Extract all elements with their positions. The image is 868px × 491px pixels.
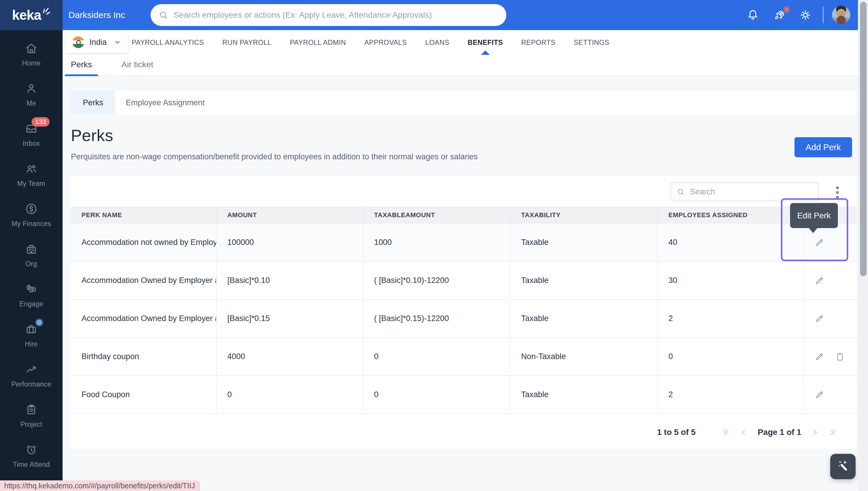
table-search[interactable] (671, 182, 819, 201)
avatar[interactable] (832, 6, 850, 24)
prev-page-icon[interactable] (739, 428, 748, 437)
inbox-badge: 133 (32, 117, 50, 126)
table-search-input[interactable] (690, 187, 813, 197)
search-icon (676, 187, 685, 196)
taxability-cell: Taxable (510, 300, 658, 337)
project-icon (25, 403, 38, 416)
subtab-air-ticket[interactable]: Air ticket (116, 55, 159, 76)
page-content: PerksEmployee Assignment Perks Perquisit… (63, 76, 868, 491)
delete-perk-trash-icon[interactable] (835, 351, 845, 362)
keka-logo-text: keka (12, 7, 41, 23)
taxable-amount-cell: 1000 (363, 224, 510, 261)
magic-wand-button[interactable] (830, 454, 856, 479)
nav-item-approvals[interactable]: APPROVALS (364, 30, 407, 55)
column-header-amount[interactable]: AMOUNT (217, 206, 363, 224)
global-search-input[interactable] (173, 10, 499, 20)
gear-icon[interactable] (799, 8, 812, 22)
row-actions-cell (804, 262, 856, 299)
header-actions (746, 0, 850, 30)
keka-logo[interactable]: keka (0, 0, 63, 30)
employees-assigned-cell: 0 (658, 338, 804, 375)
sidebar-item-inbox[interactable]: 133Inbox (0, 115, 63, 154)
sidebar-item-label: Me (27, 99, 36, 107)
next-page-icon[interactable] (811, 428, 819, 437)
legal-entity-selector[interactable]: India (65, 31, 128, 53)
sidebar-item-project[interactable]: Project (0, 395, 63, 436)
company-name: Darksiders Inc (68, 0, 125, 30)
nav-item-run-payroll[interactable]: RUN PAYROLL (222, 30, 272, 55)
rocket-icon[interactable] (773, 8, 786, 22)
home-icon (25, 41, 38, 55)
amount-cell: 0 (217, 376, 363, 413)
module-navband: India PAYROLL ANALYTICSRUN PAYROLLPAYROL… (63, 30, 868, 55)
taxability-cell: Taxable (510, 224, 658, 261)
header-divider (823, 7, 824, 23)
table-options-kebab-icon[interactable] (830, 185, 844, 200)
nav-item-benefits[interactable]: BENEFITS (468, 30, 503, 55)
sidebar-item-my-finances[interactable]: My Finances (0, 195, 63, 235)
org-icon (25, 242, 38, 256)
page-description: Perquisites are non-wage compensation/be… (71, 152, 478, 162)
card-tab-employee-assignment[interactable]: Employee Assignment (115, 91, 215, 115)
nav-item-payroll-analytics[interactable]: PAYROLL ANALYTICS (132, 30, 204, 55)
first-page-icon[interactable] (722, 428, 731, 437)
sidebar-item-org[interactable]: Org (0, 235, 63, 275)
column-header-taxableamount[interactable]: TAXABLEAMOUNT (363, 206, 510, 224)
sidebar-item-time-attend[interactable]: Time Attend (0, 436, 63, 475)
time-icon (25, 443, 38, 457)
amount-cell: 4000 (217, 338, 363, 375)
subtab-perks[interactable]: Perks (65, 55, 98, 76)
sidebar-item-home[interactable]: Home (0, 34, 63, 74)
scrollbar-track[interactable] (858, 0, 868, 491)
sidebar-item-hire[interactable]: Hire (0, 315, 63, 355)
nav-item-payroll-admin[interactable]: PAYROLL ADMIN (290, 30, 346, 55)
column-header-employees-assigned[interactable]: EMPLOYEES ASSIGNED (658, 206, 804, 224)
amount-cell: [Basic]*0.10 (217, 262, 363, 299)
edit-perk-pencil-icon[interactable] (814, 275, 824, 286)
table-row: Food Coupon00Taxable2 (71, 376, 856, 414)
add-perk-button[interactable]: Add Perk (794, 137, 852, 157)
nav-item-settings[interactable]: SETTINGS (573, 30, 609, 55)
table-row: Accommodation Owned by Employer an[Basic… (71, 262, 856, 300)
table-body: Accommodation not owned by Employe100000… (71, 224, 856, 414)
sidebar-item-label: Performance (11, 380, 51, 388)
sidebar-item-me[interactable]: Me (0, 74, 63, 115)
nav-item-reports[interactable]: REPORTS (521, 30, 555, 55)
module-nav-items: PAYROLL ANALYTICSRUN PAYROLLPAYROLL ADMI… (132, 30, 609, 55)
bell-icon[interactable] (746, 8, 760, 22)
edit-perk-pencil-icon[interactable] (814, 351, 824, 362)
taxable-amount-cell: 0 (363, 376, 510, 413)
perk-name-cell: Food Coupon (71, 376, 217, 413)
india-flag-icon (72, 36, 84, 48)
nav-item-loans[interactable]: LOANS (425, 30, 449, 55)
pagination-page: Page 1 of 1 (758, 428, 801, 437)
edit-perk-pencil-icon[interactable] (814, 313, 824, 324)
last-page-icon[interactable] (828, 428, 837, 437)
edit-perk-pencil-icon[interactable] (814, 237, 824, 248)
scrollbar-thumb[interactable] (860, 2, 867, 276)
performance-icon (25, 363, 38, 376)
rocket-notification-dot (783, 6, 790, 13)
card-tab-perks[interactable]: Perks (71, 91, 115, 115)
taxability-cell: Taxable (510, 376, 658, 413)
perk-name-cell: Accommodation Owned by Employer an (71, 300, 217, 337)
global-search[interactable] (150, 4, 506, 26)
column-header-perk-name[interactable]: PERK NAME (71, 206, 217, 224)
row-actions-cell (804, 300, 856, 337)
sidebar-item-performance[interactable]: Performance (0, 355, 63, 395)
logo-spark-icon (42, 7, 51, 16)
employees-assigned-cell: 2 (658, 376, 804, 413)
employees-assigned-cell: 40 (658, 224, 804, 261)
edit-perk-tooltip-arrow (808, 228, 818, 233)
column-header-taxability[interactable]: TAXABILITY (510, 206, 658, 224)
edit-perk-pencil-icon[interactable] (814, 389, 824, 400)
edit-perk-tooltip: Edit Perk (790, 203, 838, 228)
employees-assigned-cell: 2 (658, 300, 804, 337)
sidebar-item-engage[interactable]: Engage (0, 275, 63, 315)
sidebar-item-my-team[interactable]: My Team (0, 154, 63, 195)
taxability-cell: Non-Taxable (510, 338, 658, 375)
engage-icon (25, 282, 38, 296)
amount-cell: [Basic]*0.15 (217, 300, 363, 337)
inbox-icon: 133 (25, 122, 38, 136)
taxable-amount-cell: ( [Basic]*0.15)-12200 (363, 300, 510, 337)
